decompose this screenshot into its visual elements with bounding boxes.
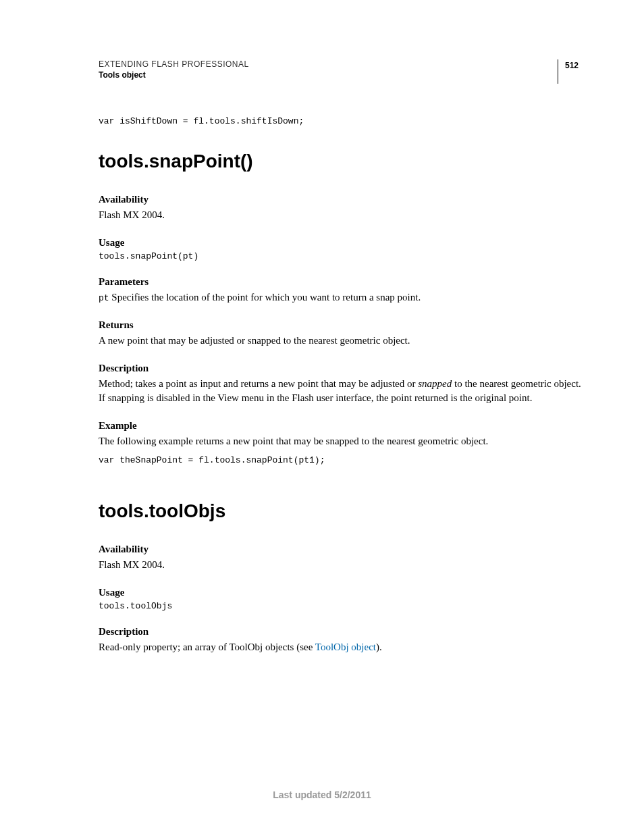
section-title-toolobjs: tools.toolObjs	[99, 500, 583, 522]
availability-heading: Availability	[99, 194, 583, 205]
param-desc: Specifies the location of the point for …	[109, 292, 421, 303]
header-subtitle: Tools object	[99, 70, 558, 80]
page-number: 512	[565, 61, 583, 70]
header-left: EXTENDING FLASH PROFESSIONAL Tools objec…	[99, 59, 558, 80]
availability2-text: Flash MX 2004.	[99, 558, 583, 572]
availability2-heading: Availability	[99, 544, 583, 555]
example-code: var theSnapPoint = fl.tools.snapPoint(pt…	[99, 455, 583, 465]
usage2-code: tools.toolObjs	[99, 601, 583, 611]
description2-heading: Description	[99, 626, 583, 637]
header-title: EXTENDING FLASH PROFESSIONAL	[99, 59, 558, 69]
page-content: EXTENDING FLASH PROFESSIONAL Tools objec…	[0, 0, 644, 654]
description-heading: Description	[99, 363, 583, 374]
returns-heading: Returns	[99, 319, 583, 331]
description-text: Method; takes a point as input and retur…	[99, 377, 583, 405]
example-text: The following example returns a new poin…	[99, 434, 583, 448]
param-name: pt	[99, 293, 109, 303]
toolobj-link[interactable]: ToolObj object	[315, 642, 376, 652]
desc2-pre: Read-only property; an array of ToolObj …	[99, 642, 315, 652]
usage-code: tools.snapPoint(pt)	[99, 251, 583, 261]
parameters-text: pt Specifies the location of the point f…	[99, 290, 583, 305]
desc-pre: Method; takes a point as input and retur…	[99, 378, 418, 389]
desc2-post: ).	[376, 642, 382, 652]
section-title-snappoint: tools.snapPoint()	[99, 151, 583, 172]
page-header: EXTENDING FLASH PROFESSIONAL Tools objec…	[99, 59, 583, 84]
footer-updated: Last updated 5/2/2011	[0, 789, 644, 800]
page-number-box: 512	[558, 59, 583, 84]
description2-text: Read-only property; an array of ToolObj …	[99, 640, 583, 654]
top-code-block: var isShiftDown = fl.tools.shiftIsDown;	[99, 116, 583, 126]
parameters-heading: Parameters	[99, 276, 583, 288]
usage-heading: Usage	[99, 237, 583, 249]
example-heading: Example	[99, 420, 583, 432]
availability-text: Flash MX 2004.	[99, 208, 583, 222]
usage2-heading: Usage	[99, 587, 583, 598]
desc-em: snapped	[418, 378, 452, 389]
returns-text: A new point that may be adjusted or snap…	[99, 334, 583, 348]
